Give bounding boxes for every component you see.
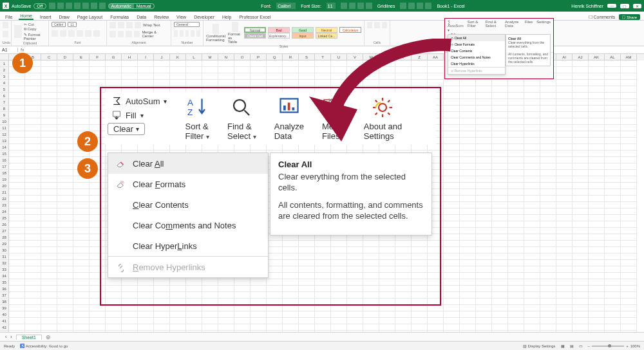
- cell[interactable]: [73, 324, 90, 331]
- row-header[interactable]: 14: [0, 144, 9, 151]
- cell[interactable]: [589, 305, 605, 311]
- cell[interactable]: [73, 253, 90, 260]
- cell[interactable]: [556, 318, 573, 324]
- cell[interactable]: [122, 80, 138, 86]
- cell[interactable]: [41, 106, 57, 112]
- cell[interactable]: [621, 266, 637, 273]
- cell[interactable]: [508, 86, 524, 93]
- cell[interactable]: [460, 208, 476, 215]
- cell[interactable]: [508, 118, 524, 125]
- cell[interactable]: [605, 99, 621, 106]
- cell[interactable]: [186, 318, 202, 324]
- cell[interactable]: [524, 80, 540, 86]
- dec-inc-icon[interactable]: [191, 30, 194, 37]
- cell[interactable]: [492, 189, 508, 196]
- cell[interactable]: [605, 73, 621, 80]
- cell[interactable]: [90, 311, 106, 318]
- cell[interactable]: [540, 99, 556, 106]
- cell[interactable]: [234, 73, 251, 80]
- cell[interactable]: [41, 60, 57, 67]
- view-pagebreak-icon[interactable]: ▭: [579, 344, 583, 348]
- cell[interactable]: [605, 299, 621, 305]
- conditional-formatting-icon[interactable]: [213, 24, 219, 34]
- cell[interactable]: [540, 131, 556, 138]
- cell[interactable]: [605, 112, 621, 118]
- cell[interactable]: [57, 151, 73, 157]
- cell[interactable]: [540, 118, 556, 125]
- cell[interactable]: [379, 305, 395, 311]
- cell[interactable]: [556, 118, 573, 125]
- cell[interactable]: [605, 208, 621, 215]
- cell[interactable]: [589, 247, 605, 253]
- cell[interactable]: [524, 292, 540, 299]
- tab-view[interactable]: View: [175, 14, 187, 20]
- cell[interactable]: [589, 208, 605, 215]
- cell[interactable]: [460, 299, 476, 305]
- view-normal-icon[interactable]: ▦: [561, 344, 565, 348]
- cell[interactable]: [589, 151, 605, 157]
- cell[interactable]: [605, 157, 621, 163]
- cell[interactable]: [186, 60, 202, 67]
- menu-clear-all[interactable]: Clear All: [108, 153, 268, 174]
- cell[interactable]: [138, 324, 154, 331]
- col-header[interactable]: AL: [605, 54, 621, 60]
- cell[interactable]: [57, 292, 73, 299]
- cell[interactable]: [589, 266, 605, 273]
- style-bad[interactable]: Bad: [268, 27, 290, 33]
- cell[interactable]: [170, 73, 186, 80]
- cell[interactable]: [57, 273, 73, 279]
- cell[interactable]: [202, 73, 218, 80]
- row-header[interactable]: 35: [0, 279, 9, 286]
- cell[interactable]: [25, 99, 41, 106]
- cell[interactable]: [573, 196, 589, 202]
- col-header[interactable]: G: [106, 54, 122, 60]
- cell[interactable]: [73, 93, 90, 99]
- style-normal[interactable]: Normal: [244, 27, 266, 33]
- cell[interactable]: [589, 279, 605, 286]
- cell[interactable]: [25, 247, 41, 253]
- cell[interactable]: [460, 202, 476, 208]
- cell[interactable]: [508, 228, 524, 234]
- cell[interactable]: [73, 125, 90, 131]
- cell[interactable]: [251, 60, 267, 67]
- row-header[interactable]: 19: [0, 176, 9, 183]
- row-header[interactable]: 8: [0, 106, 9, 112]
- cell[interactable]: [573, 112, 589, 118]
- cell[interactable]: [73, 202, 90, 208]
- cell[interactable]: [573, 202, 589, 208]
- cell[interactable]: [73, 183, 90, 189]
- cell[interactable]: [492, 183, 508, 189]
- user-name[interactable]: Henrik Schiffner: [571, 4, 603, 8]
- cell[interactable]: [476, 273, 492, 279]
- row-header[interactable]: 13: [0, 138, 9, 144]
- cell[interactable]: [589, 170, 605, 176]
- cell[interactable]: [41, 260, 57, 266]
- menu-clear-formats[interactable]: % Clear Formats: [108, 174, 268, 194]
- cell[interactable]: [267, 305, 283, 311]
- cell[interactable]: [556, 176, 573, 183]
- cell[interactable]: [476, 228, 492, 234]
- cell[interactable]: [460, 279, 476, 286]
- qat-icon[interactable]: [400, 3, 406, 9]
- autosave-toggle[interactable]: Off: [33, 3, 46, 9]
- cell[interactable]: [589, 118, 605, 125]
- cell[interactable]: [605, 144, 621, 151]
- cell[interactable]: [234, 60, 251, 67]
- cell[interactable]: [476, 157, 492, 163]
- menu-clear-contents[interactable]: Clear Contents: [108, 194, 268, 215]
- cell[interactable]: [41, 176, 57, 183]
- cell[interactable]: [460, 157, 476, 163]
- col-header[interactable]: F: [90, 54, 106, 60]
- tab-pagelayout[interactable]: Page Layout: [76, 14, 104, 20]
- cell[interactable]: [444, 208, 460, 215]
- cell[interactable]: [363, 324, 379, 331]
- cell[interactable]: [605, 60, 621, 67]
- align-icon[interactable]: [135, 22, 141, 28]
- col-header[interactable]: K: [170, 54, 186, 60]
- cell[interactable]: [556, 157, 573, 163]
- cell[interactable]: [154, 324, 170, 331]
- cell[interactable]: [556, 86, 573, 93]
- fx-icon[interactable]: fx: [18, 48, 26, 52]
- cell[interactable]: [492, 299, 508, 305]
- cell[interactable]: [540, 305, 556, 311]
